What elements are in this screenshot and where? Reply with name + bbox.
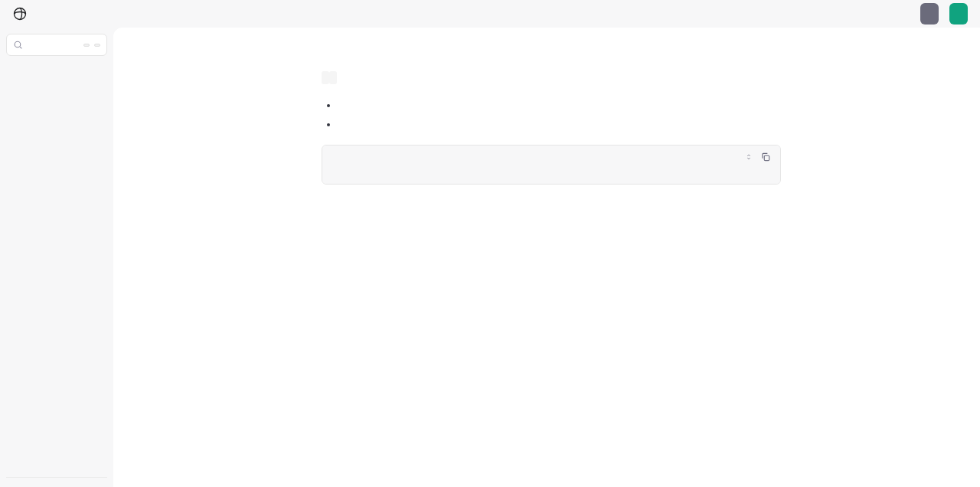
code-body (322, 168, 780, 184)
login-button[interactable] (920, 3, 939, 25)
main-article (322, 49, 781, 487)
code-header (322, 145, 780, 168)
content-wrap (113, 28, 980, 487)
intro-list (338, 96, 781, 134)
search-box[interactable] (6, 34, 107, 56)
table-of-contents (812, 49, 949, 487)
svg-point-1 (15, 41, 21, 47)
header-left (12, 6, 34, 21)
signup-button[interactable] (949, 3, 968, 25)
sidebar-nav (6, 62, 107, 477)
code-transcriptions (322, 71, 329, 84)
language-select[interactable] (742, 153, 753, 161)
svg-rect-2 (764, 155, 769, 160)
top-header (0, 0, 980, 28)
sidebar-bottom (6, 477, 107, 487)
intro-paragraph (322, 69, 781, 87)
chevron-up-down-icon (745, 153, 753, 161)
search-input[interactable] (28, 39, 79, 51)
kbd-ctrl (83, 44, 90, 47)
svg-point-0 (15, 8, 26, 20)
intro-list-item (338, 115, 781, 134)
search-icon (13, 40, 23, 50)
kbd-k (94, 44, 100, 47)
header-right (899, 3, 968, 25)
openai-logo-icon (12, 6, 28, 21)
sidebar (0, 28, 113, 487)
copy-icon[interactable] (760, 152, 771, 162)
intro-list-item (338, 96, 781, 115)
code-block (322, 145, 781, 185)
code-translations (329, 71, 337, 84)
